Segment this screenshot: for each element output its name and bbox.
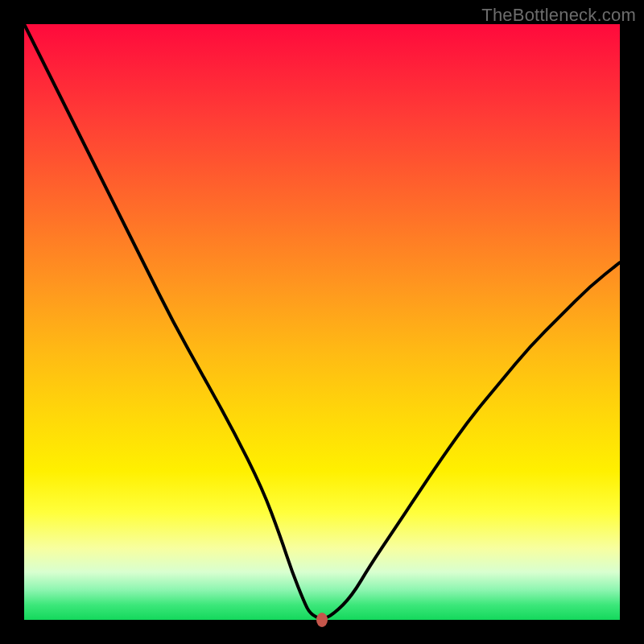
chart-plot-area (24, 24, 620, 620)
optimal-point-marker (316, 613, 328, 627)
watermark-text: TheBottleneck.com (481, 5, 636, 26)
chart-frame: TheBottleneck.com (0, 0, 644, 644)
bottleneck-curve (24, 24, 620, 620)
